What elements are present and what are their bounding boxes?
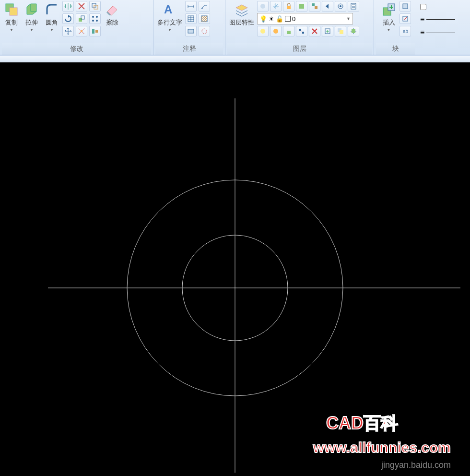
rotate-button[interactable]	[62, 13, 74, 24]
modify-small-buttons	[62, 1, 102, 43]
layer-match-button[interactable]	[309, 1, 320, 12]
block-attr-button[interactable]: ab	[400, 26, 411, 36]
watermark-url: www.allfunnies.com	[313, 440, 451, 456]
layer-tools-row2	[257, 26, 359, 36]
stretch-button[interactable]: 拉伸 ▼	[22, 1, 41, 43]
svg-rect-17	[188, 29, 194, 33]
mirror-button[interactable]	[62, 1, 74, 12]
move-button[interactable]	[62, 26, 74, 36]
svg-point-27	[273, 29, 278, 34]
field-button[interactable]	[185, 26, 197, 36]
layer-tools-row	[257, 1, 359, 12]
line-sample-thin	[426, 33, 455, 33]
mtext-button[interactable]: A 多行文字 ▼	[155, 1, 184, 43]
svg-text:A: A	[164, 3, 172, 16]
layer-unlock-button[interactable]	[283, 26, 294, 36]
layer-freeze-button[interactable]	[270, 1, 282, 12]
line-sample	[426, 19, 455, 20]
text-icon: A	[162, 2, 177, 17]
layer-iso-button[interactable]	[296, 1, 307, 12]
hatch-button[interactable]	[199, 13, 210, 24]
fillet-icon	[44, 2, 59, 17]
color-swatch	[285, 16, 291, 22]
dropdown-icon: ▼	[387, 28, 391, 32]
layer-new-button[interactable]	[322, 26, 333, 36]
svg-rect-19	[287, 6, 291, 9]
panel-modify: 复制 ▼ 拉伸 ▼ 圆角 ▼	[0, 0, 153, 55]
ribbon: 复制 ▼ 拉伸 ▼ 圆角 ▼	[0, 0, 470, 55]
erase-button[interactable]: 擦除	[103, 1, 122, 43]
layer-delete-button[interactable]	[309, 26, 320, 36]
svg-rect-12	[92, 29, 94, 34]
panel-layers-title: 图层	[227, 43, 372, 55]
bylayer-check[interactable]	[420, 4, 426, 10]
dimension-button[interactable]	[185, 1, 197, 12]
block-create-button[interactable]	[400, 1, 411, 12]
sun-icon: ☀	[269, 15, 274, 23]
layer-lock-button[interactable]	[283, 1, 294, 12]
dropdown-icon: ▼	[346, 16, 351, 21]
dropdown-icon: ▼	[168, 28, 172, 32]
erase-label: 擦除	[106, 18, 118, 27]
drawing-canvas[interactable]: CAD百科 www.allfunnies.com jingyan.baidu.c…	[0, 62, 470, 476]
panel-block-title: 块	[376, 43, 415, 55]
layer-change-button[interactable]	[348, 26, 359, 36]
layer-copy-button[interactable]	[335, 26, 346, 36]
erase-icon	[105, 2, 120, 17]
layer-merge-button[interactable]	[296, 26, 307, 36]
copy-label: 复制	[5, 18, 18, 27]
leader-button[interactable]	[199, 1, 210, 12]
copy-button[interactable]: 复制 ▼	[2, 1, 21, 43]
lineweight-row[interactable]: ≡	[420, 27, 455, 38]
svg-point-18	[260, 4, 265, 9]
revision-button[interactable]	[199, 26, 210, 36]
offset-button[interactable]	[89, 1, 101, 12]
explode-button[interactable]	[76, 26, 87, 36]
properties-column: ≡ ≡	[417, 0, 458, 55]
ribbon-strip	[0, 55, 470, 62]
dropdown-icon: ▼	[10, 28, 13, 32]
layer-prev-button[interactable]	[322, 1, 333, 12]
watermark-title: CAD百科	[326, 412, 398, 435]
table-button[interactable]	[185, 13, 197, 24]
layer-walk-button[interactable]	[335, 1, 346, 12]
linetype-row[interactable]: ≡	[420, 14, 455, 25]
annotate-small-buttons	[185, 1, 211, 43]
insert-button[interactable]: 插入 ▼	[379, 1, 399, 43]
block-edit-button[interactable]	[400, 13, 411, 24]
current-layer-name: 0	[292, 15, 295, 23]
svg-rect-5	[79, 18, 82, 22]
layer-on-button[interactable]	[257, 26, 269, 36]
layer-properties-button[interactable]: 图层特性	[227, 1, 256, 43]
svg-marker-2	[27, 4, 36, 14]
svg-rect-22	[315, 6, 317, 9]
dropdown-icon: ▼	[30, 28, 34, 32]
stretch-label: 拉伸	[25, 18, 38, 27]
fillet-button[interactable]: 圆角 ▼	[42, 1, 61, 43]
copy-icon	[4, 2, 19, 17]
fillet-label: 圆角	[46, 18, 58, 27]
layer-selector[interactable]: 💡 ☀ 🔓 0 ▼	[257, 13, 353, 24]
panel-annotate-title: 注释	[155, 43, 223, 55]
layer-off-button[interactable]	[257, 1, 269, 12]
svg-rect-21	[312, 3, 315, 6]
panel-modify-title: 修改	[2, 43, 151, 55]
list-icon: ≡	[420, 15, 424, 24]
drawing-svg	[0, 62, 470, 476]
scale-button[interactable]	[76, 13, 87, 24]
layers-icon	[234, 2, 249, 17]
layer-thaw-button[interactable]	[270, 26, 282, 36]
svg-point-10	[96, 20, 98, 22]
layer-state-button[interactable]	[348, 1, 359, 12]
align-button[interactable]	[89, 26, 101, 36]
svg-rect-20	[299, 4, 304, 9]
trim-button[interactable]	[76, 1, 87, 12]
panel-block: 插入 ▼ ab 块	[374, 0, 417, 55]
lock-icon: 🔓	[276, 15, 283, 23]
array-button[interactable]	[89, 13, 101, 24]
panel-annotate: A 多行文字 ▼ 注释	[153, 0, 225, 55]
svg-point-9	[92, 20, 94, 22]
bylayer-checkbox-row[interactable]	[420, 1, 455, 12]
mtext-label: 多行文字	[157, 18, 182, 27]
svg-point-11	[81, 30, 82, 32]
